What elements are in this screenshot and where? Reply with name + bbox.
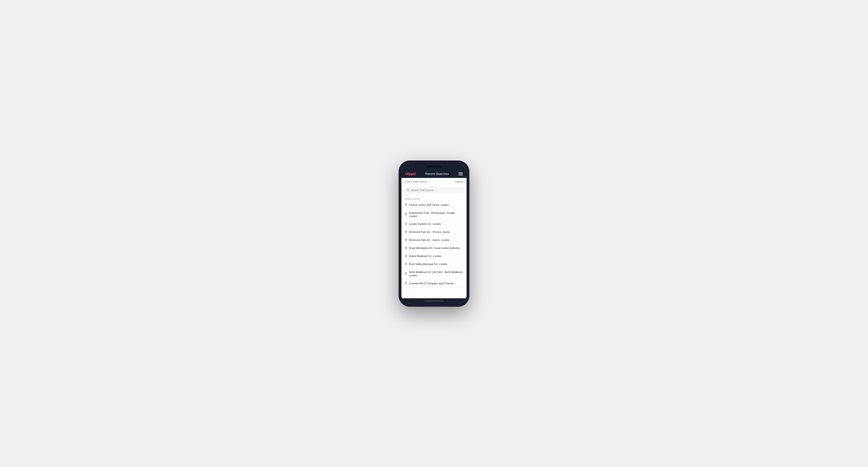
location-pin-icon	[405, 213, 407, 216]
home-pill	[425, 301, 443, 301]
course-name: Roehampton Club - Roehampton, Greater Lo…	[409, 211, 463, 218]
course-name: Richmond Park GC - Duke's, London	[409, 238, 450, 242]
location-pin-icon	[405, 246, 407, 250]
list-item[interactable]: Coombe Hill GC, Kingston upon Thames	[401, 279, 467, 287]
svg-line-1	[408, 190, 409, 191]
home-indicator	[401, 298, 467, 304]
cancel-button[interactable]: Cancel	[455, 180, 463, 183]
list-item[interactable]: Royal Wimbledon GC, Great London Authori…	[401, 244, 467, 252]
phone-screen: clippd Recent Searches Find a Golf Cours…	[401, 163, 467, 304]
course-name: Coombe Hill GC, Kingston upon Thames	[409, 282, 454, 285]
search-container	[401, 185, 467, 196]
search-box	[404, 187, 464, 193]
location-pin-icon	[405, 282, 407, 285]
find-header: Find a Golf Course Cancel	[401, 178, 467, 185]
main-content: Find a Golf Course Cancel Nearby courses	[401, 178, 467, 298]
course-name: Royal Wimbledon GC, Great London Authori…	[409, 246, 460, 250]
list-item[interactable]: Dukes Meadows GC, London	[401, 252, 467, 260]
course-name: Richmond Park GC - Prince's, Surrey	[409, 230, 450, 234]
location-pin-icon	[405, 272, 407, 276]
list-item[interactable]: Richmond Park GC - Prince's, Surrey	[401, 228, 467, 236]
list-item[interactable]: London Scottish GC, London	[401, 220, 467, 228]
location-pin-icon	[405, 238, 407, 242]
course-name: Central London Golf Centre, London	[409, 203, 449, 207]
course-name: North Middlesex GC (1011942 - North Midd…	[409, 271, 463, 277]
phone-notch	[401, 163, 467, 170]
location-pin-icon	[405, 254, 407, 258]
notch-pill	[427, 166, 441, 167]
phone-device: clippd Recent Searches Find a Golf Cours…	[399, 160, 469, 307]
list-item[interactable]: North Middlesex GC (1011942 - North Midd…	[401, 268, 467, 279]
nav-title: Recent Searches	[425, 172, 449, 176]
course-name: Dukes Meadows GC, London	[409, 254, 441, 258]
list-item[interactable]: Brent Valley Municipal GC, London	[401, 260, 467, 268]
list-item[interactable]: Roehampton Club - Roehampton, Greater Lo…	[401, 209, 467, 220]
location-pin-icon	[405, 222, 407, 226]
hamburger-menu-icon[interactable]	[459, 173, 463, 175]
search-icon	[407, 189, 409, 192]
list-item[interactable]: Richmond Park GC - Duke's, London	[401, 236, 467, 244]
location-pin-icon	[405, 230, 407, 234]
course-list: Central London Golf Centre, London Roeha…	[401, 201, 467, 298]
list-item[interactable]: Central London Golf Centre, London	[401, 201, 467, 209]
location-pin-icon	[405, 262, 407, 266]
search-input[interactable]	[411, 189, 461, 192]
app-logo: clippd	[405, 172, 415, 176]
nav-bar: clippd Recent Searches	[401, 170, 467, 178]
course-name: Brent Valley Municipal GC, London	[409, 262, 447, 266]
nearby-label: Nearby courses	[401, 196, 467, 201]
find-label: Find a Golf Course	[405, 180, 427, 183]
location-pin-icon	[405, 203, 407, 207]
course-name: London Scottish GC, London	[409, 222, 441, 226]
